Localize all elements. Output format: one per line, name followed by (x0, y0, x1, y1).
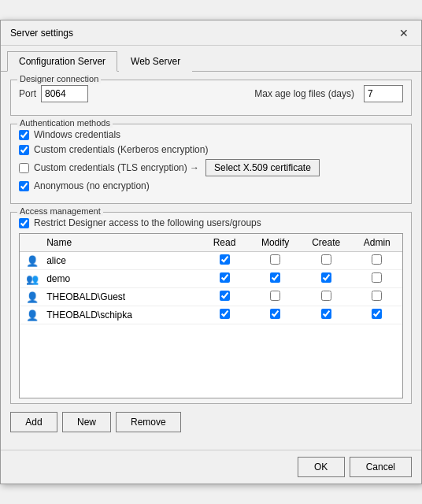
ok-button[interactable]: OK (298, 457, 345, 477)
group-icon: 👥 (26, 273, 39, 285)
tab-web-server[interactable]: Web Server (119, 51, 192, 72)
title-bar: Server settings ✕ (1, 20, 421, 46)
col-header-icon (20, 234, 42, 252)
auth-methods-label: Authentication methods (17, 118, 113, 128)
row-modify-checkbox[interactable] (270, 309, 280, 319)
row-admin-cell (351, 270, 402, 288)
tab-bar: Configuration Server Web Server (1, 46, 421, 72)
row-admin-checkbox[interactable] (372, 291, 382, 301)
user-icon: 👤 (26, 291, 39, 303)
select-certificate-button[interactable]: Select X.509 certificate (205, 159, 320, 176)
auth-windows-checkbox[interactable] (19, 130, 29, 140)
restrict-access-row: Restrict Designer access to the followin… (19, 217, 403, 228)
col-header-admin: Admin (351, 234, 402, 252)
remove-button[interactable]: Remove (116, 412, 181, 432)
tab-configuration-server[interactable]: Configuration Server (7, 51, 117, 72)
maxage-input[interactable] (364, 85, 403, 102)
connection-form-row: Port Max age log files (days) (19, 85, 403, 102)
row-admin-checkbox[interactable] (372, 254, 382, 265)
col-header-create: Create (301, 234, 352, 252)
row-admin-cell (351, 252, 402, 270)
row-icon-cell: 👤 (20, 288, 42, 306)
auth-methods-section: Authentication methods Windows credentia… (10, 124, 412, 204)
restrict-access-label[interactable]: Restrict Designer access to the followin… (34, 217, 261, 228)
row-create-cell (301, 288, 352, 306)
row-name: alice (42, 252, 199, 270)
auth-kerberos-label[interactable]: Custom credentials (Kerberos encryption) (34, 144, 208, 155)
user-icon: 👤 (26, 309, 39, 321)
dialog-footer: OK Cancel (1, 450, 421, 484)
row-modify-cell (250, 270, 301, 288)
close-button[interactable]: ✕ (396, 25, 412, 41)
row-read-cell (199, 306, 250, 324)
row-create-checkbox[interactable] (321, 309, 331, 319)
row-read-checkbox[interactable] (220, 254, 230, 265)
row-modify-cell (250, 306, 301, 324)
auth-tls-row: Custom credentials (TLS encryption) → Se… (19, 159, 403, 176)
row-create-checkbox[interactable] (321, 254, 331, 265)
row-create-cell (301, 270, 352, 288)
col-header-read: Read (199, 234, 250, 252)
row-modify-cell (250, 288, 301, 306)
cancel-button[interactable]: Cancel (350, 457, 412, 477)
row-name: THEOBALD\Guest (42, 288, 199, 306)
port-label: Port (19, 88, 36, 99)
row-admin-cell (351, 306, 402, 324)
row-name: THEOBALD\schipka (42, 306, 199, 324)
auth-windows-label[interactable]: Windows credentials (34, 129, 120, 140)
auth-kerberos-checkbox[interactable] (19, 145, 29, 155)
row-admin-checkbox[interactable] (372, 309, 382, 319)
server-settings-dialog: Server settings ✕ Configuration Server W… (0, 20, 422, 484)
restrict-access-checkbox[interactable] (19, 218, 29, 228)
row-create-cell (301, 306, 352, 324)
auth-anon-row: Anonymous (no encryption) (19, 180, 403, 191)
table-row: 👤THEOBALD\Guest (20, 288, 402, 306)
row-read-cell (199, 288, 250, 306)
col-header-name: Name (42, 234, 199, 252)
table-header-row: Name Read Modify Create Admin (20, 234, 402, 252)
users-table: Name Read Modify Create Admin 👤alice👥dem… (20, 234, 402, 324)
designer-connection-label: Designer connection (17, 74, 101, 83)
auth-windows-row: Windows credentials (19, 129, 403, 140)
row-read-cell (199, 252, 250, 270)
main-content: Designer connection Port Max age log fil… (1, 72, 421, 450)
row-modify-cell (250, 252, 301, 270)
auth-anon-label[interactable]: Anonymous (no encryption) (34, 180, 150, 191)
table-row: 👤alice (20, 252, 402, 270)
row-icon-cell: 👥 (20, 270, 42, 288)
row-read-checkbox[interactable] (220, 272, 230, 283)
add-button[interactable]: Add (10, 412, 57, 432)
dialog-title: Server settings (10, 28, 73, 39)
row-icon-cell: 👤 (20, 306, 42, 324)
col-header-modify: Modify (250, 234, 301, 252)
row-read-cell (199, 270, 250, 288)
action-buttons-row: Add New Remove (10, 412, 412, 432)
auth-anon-checkbox[interactable] (19, 181, 29, 191)
access-management-section: Access management Restrict Designer acce… (10, 212, 412, 404)
table-row: 👤THEOBALD\schipka (20, 306, 402, 324)
row-create-checkbox[interactable] (321, 272, 331, 283)
table-row: 👥demo (20, 270, 402, 288)
row-admin-checkbox[interactable] (372, 272, 382, 283)
row-admin-cell (351, 288, 402, 306)
new-button[interactable]: New (62, 412, 111, 432)
row-read-checkbox[interactable] (220, 309, 230, 319)
row-read-checkbox[interactable] (220, 291, 230, 301)
auth-tls-label[interactable]: Custom credentials (TLS encryption) → (34, 162, 199, 173)
maxage-label: Max age log files (days) (254, 88, 354, 99)
designer-connection-section: Designer connection Port Max age log fil… (10, 80, 412, 116)
access-management-label: Access management (17, 206, 103, 216)
row-modify-checkbox[interactable] (270, 291, 280, 301)
users-table-container: Name Read Modify Create Admin 👤alice👥dem… (19, 233, 403, 398)
row-create-cell (301, 252, 352, 270)
user-icon: 👤 (26, 255, 39, 267)
auth-kerberos-row: Custom credentials (Kerberos encryption) (19, 144, 403, 155)
row-modify-checkbox[interactable] (270, 254, 280, 265)
row-icon-cell: 👤 (20, 252, 42, 270)
port-input[interactable] (41, 85, 88, 102)
auth-tls-checkbox[interactable] (19, 163, 29, 173)
row-create-checkbox[interactable] (321, 291, 331, 301)
row-modify-checkbox[interactable] (270, 272, 280, 283)
row-name: demo (42, 270, 199, 288)
